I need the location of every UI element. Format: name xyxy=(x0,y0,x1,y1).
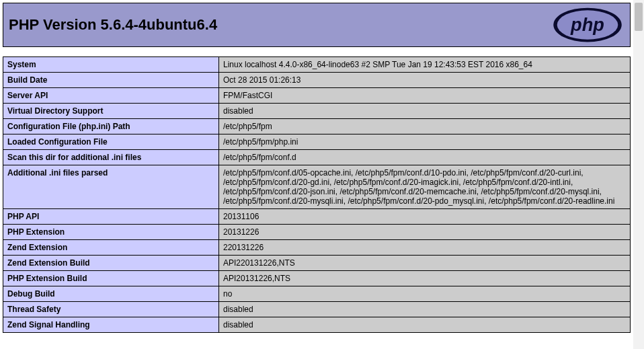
table-row: PHP Extension Build API20131226,NTS xyxy=(3,271,631,286)
row-key: Configuration File (php.ini) Path xyxy=(3,119,219,134)
table-row: Debug Build no xyxy=(3,286,631,302)
row-value: /etc/php5/fpm/conf.d xyxy=(219,150,631,165)
row-key: Server API xyxy=(3,88,219,104)
row-key: Zend Signal Handling xyxy=(3,317,219,333)
table-row: Configuration File (php.ini) Path /etc/p… xyxy=(3,119,631,134)
row-key: Build Date xyxy=(3,73,219,88)
row-key: Zend Extension Build xyxy=(3,256,219,271)
row-value: 220131226 xyxy=(219,240,631,256)
row-value: no xyxy=(219,286,631,302)
row-value: FPM/FastCGI xyxy=(219,88,631,104)
table-row: PHP API 20131106 xyxy=(3,209,631,225)
table-row: Thread Safety disabled xyxy=(3,302,631,317)
php-logo-icon: php xyxy=(551,5,625,44)
table-row: Zend Extension Build API220131226,NTS xyxy=(3,256,631,271)
row-value: Oct 28 2015 01:26:13 xyxy=(219,73,631,88)
table-row: Loaded Configuration File /etc/php5/fpm/… xyxy=(3,134,631,150)
table-row: Virtual Directory Support disabled xyxy=(3,104,631,119)
row-key: Debug Build xyxy=(3,286,219,302)
phpinfo-header: PHP Version 5.6.4-4ubuntu6.4 php xyxy=(3,3,631,47)
table-row: PHP Extension 20131226 xyxy=(3,225,631,240)
table-row: Additional .ini files parsed /etc/php5/f… xyxy=(3,165,631,209)
row-key: Thread Safety xyxy=(3,302,219,317)
row-value: 20131106 xyxy=(219,209,631,225)
row-key: PHP Extension xyxy=(3,225,219,240)
row-value: /etc/php5/fpm/php.ini xyxy=(219,134,631,150)
table-row: Server API FPM/FastCGI xyxy=(3,88,631,104)
table-row: System Linux localhost 4.4.0-x86_64-lino… xyxy=(3,57,631,73)
viewport: PHP Version 5.6.4-4ubuntu6.4 php System … xyxy=(0,0,644,349)
phpinfo-table: System Linux localhost 4.4.0-x86_64-lino… xyxy=(3,56,631,333)
scrollbar-track[interactable] xyxy=(633,0,644,349)
row-key: Zend Extension xyxy=(3,240,219,256)
scrollbar-thumb[interactable] xyxy=(635,3,643,31)
row-value: API20131226,NTS xyxy=(219,271,631,286)
row-value: API220131226,NTS xyxy=(219,256,631,271)
table-row: Scan this dir for additional .ini files … xyxy=(3,150,631,165)
content-area: PHP Version 5.6.4-4ubuntu6.4 php System … xyxy=(0,0,633,349)
row-key: Virtual Directory Support xyxy=(3,104,219,119)
table-row: Zend Signal Handling disabled xyxy=(3,317,631,333)
row-value: /etc/php5/fpm/conf.d/05-opcache.ini, /et… xyxy=(219,165,631,209)
row-value: disabled xyxy=(219,317,631,333)
table-row: Build Date Oct 28 2015 01:26:13 xyxy=(3,73,631,88)
row-key: Loaded Configuration File xyxy=(3,134,219,150)
row-key: Additional .ini files parsed xyxy=(3,165,219,209)
row-value: /etc/php5/fpm xyxy=(219,119,631,134)
row-value: 20131226 xyxy=(219,225,631,240)
row-key: PHP API xyxy=(3,209,219,225)
row-value: disabled xyxy=(219,302,631,317)
page-title: PHP Version 5.6.4-4ubuntu6.4 xyxy=(9,16,217,34)
svg-text:php: php xyxy=(570,14,604,35)
row-key: PHP Extension Build xyxy=(3,271,219,286)
row-value: disabled xyxy=(219,104,631,119)
row-value: Linux localhost 4.4.0-x86_64-linode63 #2… xyxy=(219,57,631,73)
row-key: Scan this dir for additional .ini files xyxy=(3,150,219,165)
table-row: Zend Extension 220131226 xyxy=(3,240,631,256)
row-key: System xyxy=(3,57,219,73)
